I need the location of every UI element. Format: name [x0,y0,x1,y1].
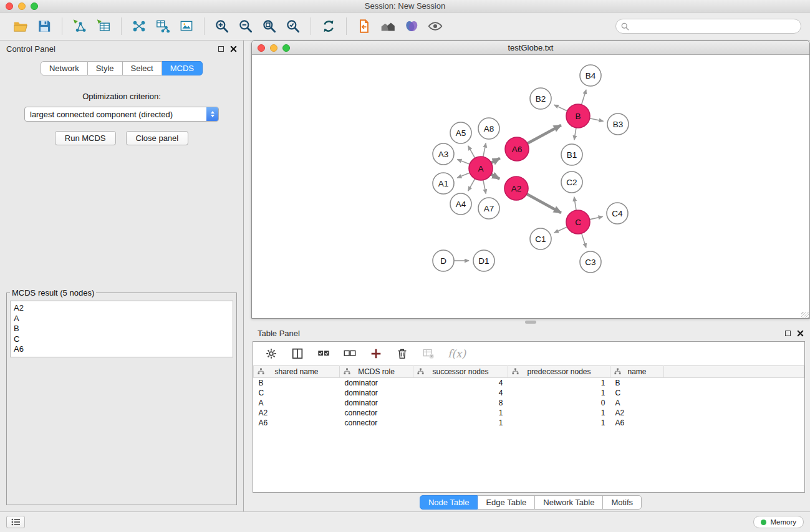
zoom-selected-button[interactable] [281,15,305,37]
graph-edge-A-A5[interactable] [468,146,475,158]
insert-column-button[interactable] [369,347,383,360]
result-item[interactable]: C [14,334,229,345]
graph-edge-A-A1[interactable] [457,173,470,178]
home-button[interactable] [376,15,400,37]
show-columns-button[interactable] [291,347,304,360]
zoom-fit-button[interactable] [258,15,281,37]
cell-name[interactable]: C [610,388,664,398]
graph-edge-A-A2[interactable] [491,174,499,179]
task-history-button[interactable] [6,516,25,528]
cell-mcds-role[interactable]: dominator [340,388,413,398]
tab-select[interactable]: Select [123,61,162,75]
result-item[interactable]: A2 [14,303,229,314]
table-row[interactable]: A6connector11A6 [254,418,804,428]
network-graph[interactable]: B4B2BB3A5A8A6B1A3AC2A1A2A4A7C4CC1C3DD1 [252,55,809,317]
network-canvas[interactable]: B4B2BB3A5A8A6B1A3AC2A1A2A4A7C4CC1C3DD1 [252,55,809,319]
function-builder-button[interactable]: f(x) [448,347,466,360]
table-row[interactable]: Adominator80A [254,398,804,408]
cell-successor-nodes[interactable]: 1 [413,418,508,428]
graph-edge-A-A4[interactable] [468,179,475,191]
cell-successor-nodes[interactable]: 4 [413,388,508,398]
new-network-from-table-button[interactable] [151,15,175,37]
cell-successor-nodes[interactable]: 4 [413,378,508,388]
column-header-shared-name[interactable]: shared name [254,366,340,378]
cell-shared-name[interactable]: B [254,378,340,388]
tab-edge-table[interactable]: Edge Table [478,495,535,510]
new-network-button[interactable] [127,15,151,37]
graph-edge-A6-B[interactable] [528,125,561,143]
cell-name[interactable]: B [610,378,664,388]
delete-table-button[interactable] [422,347,435,360]
column-header-predecessor-nodes[interactable]: predecessor nodes [508,366,610,378]
ndex-import-button[interactable] [352,15,376,37]
cell-name[interactable]: A2 [610,408,664,418]
close-panel-icon[interactable] [230,46,237,52]
table-settings-button[interactable] [264,347,278,360]
import-network-button[interactable] [68,15,92,37]
network-zoom-button[interactable] [282,44,290,52]
close-table-panel-icon[interactable] [797,330,804,337]
cell-mcds-role[interactable]: dominator [340,378,413,388]
cell-mcds-role[interactable]: connector [340,408,413,418]
tab-motifs[interactable]: Motifs [603,495,642,510]
graph-edge-C-C3[interactable] [582,233,586,248]
cell-mcds-role[interactable]: connector [340,418,413,428]
cell-shared-name[interactable]: A [254,398,340,408]
graph-edge-A2-C[interactable] [527,194,561,213]
column-header-successor-nodes[interactable]: successor nodes [413,366,508,378]
zoom-window-button[interactable] [31,2,38,10]
unselect-all-button[interactable] [343,347,357,360]
tab-node-table[interactable]: Node Table [420,495,478,510]
cell-successor-nodes[interactable]: 8 [413,398,508,408]
close-panel-button[interactable]: Close panel [126,131,189,145]
cell-predecessor-nodes[interactable]: 1 [508,388,610,398]
tab-style[interactable]: Style [88,61,123,75]
cell-name[interactable]: A6 [610,418,664,428]
memory-button[interactable]: Memory [753,516,804,528]
cell-predecessor-nodes[interactable]: 1 [508,408,610,418]
horizontal-scrollbar[interactable] [251,319,810,325]
column-header-name[interactable]: name [610,366,664,378]
cell-successor-nodes[interactable]: 1 [413,408,508,418]
result-item[interactable]: A6 [14,344,229,355]
table-row[interactable]: Cdominator41C [254,388,804,398]
table-row[interactable]: Bdominator41B [254,378,804,388]
graph-edge-B-B3[interactable] [590,118,604,121]
network-minimize-button[interactable] [270,44,277,52]
zoom-in-button[interactable] [210,15,234,37]
minimize-window-button[interactable] [18,2,26,10]
close-window-button[interactable] [6,2,13,10]
column-header-MCDS-role[interactable]: MCDS role [340,366,413,378]
open-session-button[interactable] [9,15,32,37]
resize-corner-icon[interactable] [801,312,809,319]
show-graphics-details-button[interactable] [423,15,447,37]
cell-shared-name[interactable]: A6 [254,418,340,428]
cell-predecessor-nodes[interactable]: 0 [508,398,610,408]
network-close-button[interactable] [258,44,265,52]
cell-shared-name[interactable]: A2 [254,408,340,418]
style-venn-button[interactable] [400,15,423,37]
result-item[interactable]: A [14,314,229,324]
graph-edge-C-C2[interactable] [574,197,576,211]
cell-shared-name[interactable]: C [254,388,340,398]
save-session-button[interactable] [32,15,56,37]
delete-column-button[interactable] [395,347,409,360]
result-item[interactable]: B [14,324,229,334]
scrollbar-thumb[interactable] [525,321,536,324]
search-input[interactable] [632,22,796,31]
graph-edge-A-A7[interactable] [483,180,486,194]
criterion-select[interactable]: largest connected component (directed) [24,107,219,122]
select-all-button[interactable] [317,347,330,360]
cell-name[interactable]: A [610,398,664,408]
run-mcds-button[interactable]: Run MCDS [55,131,116,145]
zoom-out-button[interactable] [234,15,258,37]
graph-edge-C-C4[interactable] [590,216,603,220]
cell-mcds-role[interactable]: dominator [340,398,413,408]
import-table-button[interactable] [92,15,115,37]
float-table-panel-icon[interactable] [785,331,791,336]
graph-edge-B-B2[interactable] [554,105,567,111]
search-box[interactable] [615,19,801,34]
export-image-button[interactable] [175,15,198,37]
float-panel-icon[interactable] [218,46,224,52]
tab-mcds[interactable]: MCDS [162,61,203,75]
